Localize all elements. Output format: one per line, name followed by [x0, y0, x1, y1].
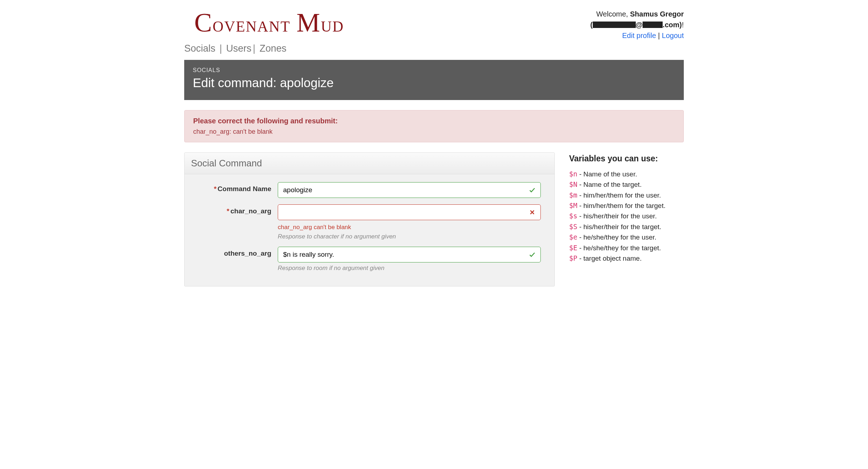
check-icon	[529, 186, 536, 194]
var-item: $N - Name of the target.	[569, 179, 684, 190]
field-row-command-name: *Command Name	[188, 182, 551, 198]
breadcrumb: SOCIALS	[193, 67, 675, 74]
field-row-char-no-arg: *char_no_arg char_no_arg can't be blank …	[188, 204, 551, 240]
page-banner: SOCIALS Edit command: apologize	[184, 60, 684, 100]
var-item: $n - Name of the user.	[569, 169, 684, 179]
user-name: Shamus Gregor	[630, 10, 684, 18]
char-no-arg-hint: Response to character if no argument giv…	[278, 233, 541, 240]
var-item: $s - his/her/their for the user.	[569, 211, 684, 221]
field-row-others-no-arg: others_no_arg Response to room if no arg…	[188, 247, 551, 272]
label-command-name: *Command Name	[188, 182, 278, 193]
var-item: $E - he/she/they for the target.	[569, 243, 684, 253]
label-others-no-arg: others_no_arg	[188, 247, 278, 257]
redacted-email-domain	[643, 22, 663, 28]
redacted-email-local	[593, 22, 636, 28]
logout-link[interactable]: Logout	[662, 32, 684, 39]
var-item: $m - him/her/them for the user.	[569, 190, 684, 200]
label-char-no-arg: *char_no_arg	[188, 204, 278, 215]
nav-zones[interactable]: Zones	[259, 43, 286, 54]
app-logo: Covenant Mud	[184, 6, 344, 41]
edit-profile-link[interactable]: Edit profile	[622, 32, 656, 39]
char-no-arg-input[interactable]	[278, 204, 541, 220]
var-item: $S - his/her/their for the target.	[569, 222, 684, 232]
nav-users[interactable]: Users	[226, 43, 252, 54]
var-item: $M - him/her/them for the target.	[569, 200, 684, 211]
char-no-arg-error: char_no_arg can't be blank	[278, 224, 541, 231]
variables-sidebar: Variables you can use: $n - Name of the …	[569, 152, 684, 264]
others-no-arg-input[interactable]	[278, 247, 541, 262]
error-alert: Please correct the following and resubmi…	[184, 110, 684, 142]
main-nav: Socials | Users| Zones	[184, 41, 684, 58]
welcome-text: Welcome,	[596, 10, 630, 18]
social-command-panel: Social Command *Command Name	[184, 152, 555, 286]
var-item: $e - he/she/they for the user.	[569, 232, 684, 242]
user-box: Welcome, Shamus Gregor (@.com)! Edit pro…	[590, 6, 684, 41]
page-title: Edit command: apologize	[193, 76, 675, 90]
panel-title: Social Command	[185, 153, 554, 174]
alert-item: char_no_arg: can't be blank	[193, 128, 675, 136]
variables-heading: Variables you can use:	[569, 152, 684, 165]
command-name-input[interactable]	[278, 182, 541, 198]
check-icon	[529, 251, 536, 258]
alert-heading: Please correct the following and resubmi…	[193, 117, 675, 125]
var-item: $P - target object name.	[569, 253, 684, 264]
others-no-arg-hint: Response to room if no argument given	[278, 265, 541, 272]
nav-socials[interactable]: Socials	[184, 43, 215, 54]
cross-icon	[529, 209, 536, 216]
